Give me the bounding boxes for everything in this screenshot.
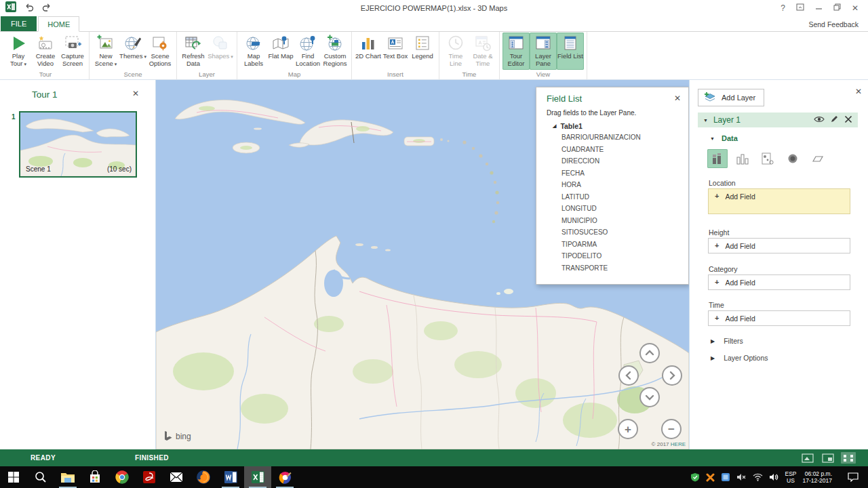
filters-section[interactable]: ▶ Filters <box>711 337 743 345</box>
ribbon-options-icon[interactable] <box>796 3 804 13</box>
status-ready: READY <box>31 454 56 462</box>
map-labels-button[interactable]: Map Labels <box>240 33 267 70</box>
field-list-toggle[interactable]: Field List <box>557 33 584 70</box>
field-list-close-button[interactable]: ✕ <box>674 94 681 103</box>
field-item[interactable]: LONGITUD <box>561 203 688 215</box>
layer-pane-close-button[interactable]: ✕ <box>855 87 862 96</box>
antivirus-shield-icon[interactable] <box>690 472 700 482</box>
page-break-view-icon[interactable] <box>841 452 856 464</box>
field-item[interactable]: MUNICIPIO <box>561 215 688 227</box>
field-item[interactable]: TRANSPORTE <box>561 262 688 274</box>
tree-expander-icon[interactable]: ◢ <box>553 123 556 129</box>
stacked-column-viz-button[interactable] <box>707 149 728 168</box>
microsoft-store-icon[interactable] <box>81 466 108 488</box>
map-pan-left-button[interactable] <box>618 365 639 386</box>
field-item[interactable]: TIPODELITO <box>561 250 688 262</box>
new-scene-button[interactable]: New Scene▾ <box>92 33 119 70</box>
collapse-arrow-icon[interactable]: ▼ <box>703 118 708 123</box>
paint-3d-icon[interactable] <box>271 466 298 488</box>
text-box-button[interactable]: Text Box <box>382 33 409 70</box>
mail-icon[interactable] <box>163 466 190 488</box>
tab-file[interactable]: FILE <box>1 16 37 31</box>
language-indicator[interactable]: ESP US <box>785 470 797 484</box>
normal-view-icon[interactable] <box>800 452 815 464</box>
tour-pane-close-button[interactable]: ✕ <box>132 89 139 98</box>
clock[interactable]: 06:02 p.m. 17-12-2017 <box>803 470 832 484</box>
acrobat-icon[interactable] <box>136 466 163 488</box>
visualization-type-row <box>707 149 828 168</box>
time-add-field[interactable]: + Add Field <box>708 310 850 326</box>
field-item[interactable]: BARRIO/URBANIZACION <box>561 131 688 144</box>
tray-x-icon[interactable] <box>706 473 715 482</box>
layer-options-section[interactable]: ▶ Layer Options <box>711 354 768 362</box>
redo-button[interactable] <box>42 2 52 14</box>
field-item[interactable]: DIRECCION <box>561 155 688 167</box>
custom-regions-button[interactable]: Custom Regions <box>321 33 349 70</box>
send-feedback-link[interactable]: Send Feedback <box>799 16 868 31</box>
field-item[interactable]: TIPOARMA <box>561 239 688 251</box>
map-zoom-out-button[interactable]: − <box>661 419 682 439</box>
layer-header[interactable]: ▼ Layer 1 <box>698 113 858 127</box>
notification-center-icon[interactable] <box>848 472 859 482</box>
firefox-icon[interactable] <box>190 466 217 488</box>
volume-icon[interactable] <box>769 473 779 481</box>
map-pan-up-button[interactable] <box>639 343 660 363</box>
photos-tray-icon[interactable] <box>721 472 730 482</box>
layer-pane-toggle[interactable]: Layer Pane <box>530 33 557 70</box>
tour-editor-toggle[interactable]: Tour Editor <box>502 33 530 70</box>
system-tray: ESP US 06:02 p.m. 17-12-2017 <box>690 466 868 488</box>
refresh-data-button[interactable]: Refresh Data <box>180 33 207 70</box>
add-layer-button[interactable]: Add Layer <box>698 89 764 106</box>
themes-button[interactable]: Themes▾ <box>119 33 146 70</box>
chrome-icon[interactable] <box>108 466 136 488</box>
field-item[interactable]: CUADRANTE <box>561 144 688 156</box>
height-add-field[interactable]: + Add Field <box>708 238 850 253</box>
layer-delete-icon[interactable] <box>844 114 852 126</box>
expand-arrow-icon[interactable]: ▶ <box>711 355 715 361</box>
flat-map-button[interactable]: Flat Map <box>267 33 294 70</box>
network-wifi-icon[interactable] <box>753 473 763 481</box>
layer-visibility-icon[interactable] <box>814 114 825 126</box>
region-viz-button[interactable] <box>808 149 828 168</box>
create-video-button[interactable]: Create Video <box>32 33 59 70</box>
minimize-button[interactable] <box>815 3 823 13</box>
close-window-button[interactable]: ✕ <box>852 3 859 13</box>
page-layout-view-icon[interactable] <box>821 452 835 464</box>
field-item[interactable]: SITIOSUCESO <box>561 226 688 239</box>
tour-title: Tour 1 <box>32 89 58 100</box>
location-add-field[interactable]: + Add Field <box>708 188 850 214</box>
clustered-column-viz-button[interactable] <box>732 149 753 168</box>
undo-button[interactable] <box>24 2 34 14</box>
layer-rename-icon[interactable] <box>830 114 839 126</box>
play-tour-button[interactable]: Play Tour▾ <box>5 33 32 70</box>
data-section-header[interactable]: ▼ Data <box>710 134 738 142</box>
excel-logo-icon <box>5 1 16 15</box>
start-button[interactable] <box>0 466 27 488</box>
file-explorer-icon[interactable] <box>54 466 81 488</box>
map-pan-down-button[interactable] <box>639 387 660 407</box>
find-location-button[interactable]: Find Location <box>294 33 321 70</box>
bubble-viz-button[interactable] <box>757 149 778 168</box>
capture-screen-button[interactable]: Capture Screen <box>59 33 86 70</box>
legend-button[interactable]: Legend <box>409 33 436 70</box>
restore-button[interactable] <box>833 3 841 13</box>
help-button[interactable]: ? <box>781 3 785 13</box>
category-add-field[interactable]: + Add Field <box>708 274 850 290</box>
tab-home[interactable]: HOME <box>38 16 79 32</box>
scene-thumbnail[interactable]: Scene 1 (10 sec) <box>19 111 137 178</box>
field-item[interactable]: LATITUD <box>561 191 688 203</box>
field-item[interactable]: HORA <box>561 179 688 191</box>
collapse-arrow-icon[interactable]: ▼ <box>710 136 715 141</box>
excel-icon[interactable] <box>244 466 271 488</box>
2d-chart-button[interactable]: 2D Chart <box>355 33 382 70</box>
field-item[interactable]: FECHA <box>561 167 688 180</box>
expand-arrow-icon[interactable]: ▶ <box>711 338 715 344</box>
map-pan-right-button[interactable] <box>662 365 682 386</box>
muted-speaker-icon[interactable] <box>736 473 747 481</box>
map-zoom-in-button[interactable]: + <box>618 419 638 439</box>
search-button[interactable] <box>27 466 54 488</box>
scene-options-button[interactable]: Scene Options <box>146 33 174 70</box>
heatmap-viz-button[interactable] <box>783 149 803 168</box>
field-list-table-node[interactable]: ◢ Table1 <box>553 120 688 131</box>
word-icon[interactable] <box>217 466 244 488</box>
